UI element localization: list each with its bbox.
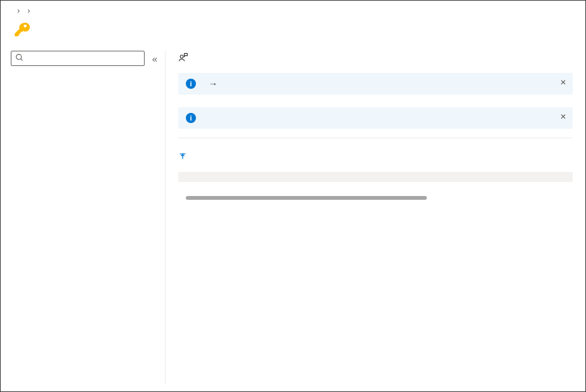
main-content: i → ✕ i ✕ [166, 51, 585, 384]
page-header [1, 18, 585, 51]
horizontal-scrollbar[interactable] [186, 196, 427, 200]
search-input[interactable] [11, 51, 145, 66]
upload-certificate-button[interactable] [178, 148, 192, 172]
breadcrumb: › › [1, 1, 585, 18]
person-feedback-icon [178, 52, 188, 64]
collapse-sidebar-icon[interactable]: « [150, 53, 160, 64]
info-icon: i [186, 79, 196, 89]
arrow-right-icon[interactable]: → [209, 79, 218, 89]
certificates-table [178, 172, 573, 200]
chevron-right-icon: › [27, 6, 30, 15]
close-icon[interactable]: ✕ [560, 78, 566, 87]
chevron-right-icon: › [17, 6, 20, 15]
close-icon[interactable]: ✕ [560, 112, 566, 121]
info-icon: i [186, 113, 196, 123]
feedback-banner: i → ✕ [178, 73, 573, 95]
search-icon [15, 53, 23, 63]
key-icon [13, 22, 31, 39]
tabs [178, 138, 573, 138]
sidebar: « [1, 51, 166, 384]
svg-point-0 [16, 55, 22, 60]
sidebar-group-support [11, 82, 160, 91]
search-field[interactable] [26, 54, 140, 63]
upload-icon [178, 152, 187, 163]
tabs-hint-banner: i ✕ [178, 107, 573, 129]
table-row[interactable] [178, 182, 573, 195]
feedback-link[interactable] [178, 51, 573, 73]
svg-point-1 [180, 55, 183, 58]
sidebar-group-manage [11, 70, 160, 79]
